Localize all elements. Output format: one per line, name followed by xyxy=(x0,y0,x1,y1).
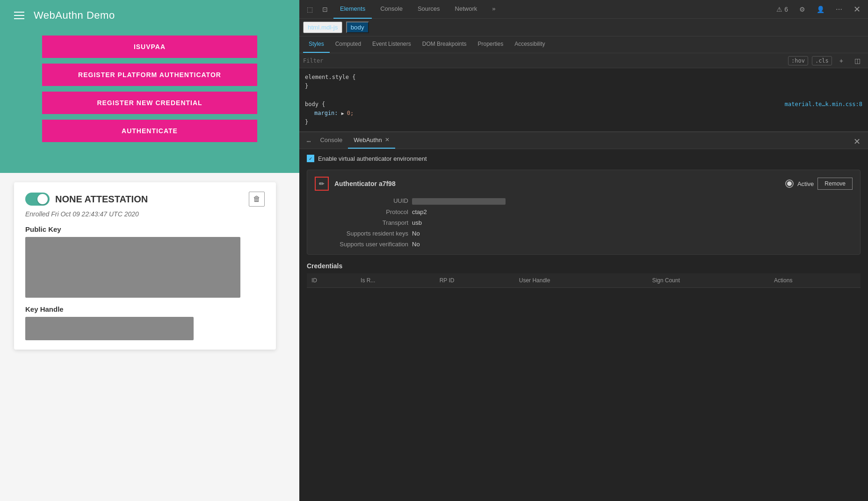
filter-row: :hov .cls + ◫ xyxy=(299,53,868,68)
col-is-r: Is R... xyxy=(356,273,435,288)
enable-label: Enable virtual authenticator environment xyxy=(318,155,427,162)
enable-row: Enable virtual authenticator environment xyxy=(307,155,861,162)
transport-value: usb xyxy=(412,219,853,226)
tab-network[interactable]: Network xyxy=(448,0,484,19)
transport-label: Transport xyxy=(315,219,408,226)
css-prop-margin: margin: ▶ 0; xyxy=(305,109,862,118)
protocol-label: Protocol xyxy=(315,208,408,215)
left-panel: WebAuthn Demo ISUVPAA REGISTER PLATFORM … xyxy=(0,0,299,501)
html-tag[interactable]: html.mdl-js xyxy=(303,21,342,33)
css-selector-1: element.style { xyxy=(305,74,355,80)
public-key-label: Public Key xyxy=(25,225,265,233)
wt-tab-console[interactable]: Console xyxy=(314,132,348,149)
user-verification-value: No xyxy=(412,241,853,248)
subtab-dom-breakpoints[interactable]: DOM Breakpoints xyxy=(417,36,472,53)
credentials-title: Credentials xyxy=(307,262,861,270)
credentials-table: ID Is R... RP ID User Handle Sign Count … xyxy=(307,273,861,288)
auth-fields: UUID Protocol ctap2 Transport usb Suppor… xyxy=(315,197,853,248)
devtools-panel: ⬚ ⊡ Elements Console Sources Network » ⚠… xyxy=(299,0,868,501)
tab-elements[interactable]: Elements xyxy=(333,0,372,19)
card-area: NONE ATTESTATION 🗑 Enrolled Fri Oct 09 2… xyxy=(0,173,299,501)
resident-keys-value: No xyxy=(412,230,853,237)
add-style-rule-icon[interactable]: + xyxy=(836,54,847,67)
webauthn-tabs: ⋯ Console WebAuthn ✕ ✕ xyxy=(299,132,868,149)
devtools-subtabs: Styles Computed Event Listeners DOM Brea… xyxy=(299,36,868,53)
enable-checkbox-container: Enable virtual authenticator environment xyxy=(307,155,427,162)
settings-icon[interactable]: ⚙ xyxy=(796,3,809,16)
resident-keys-label: Supports resident keys xyxy=(315,230,408,237)
card-header: NONE ATTESTATION 🗑 xyxy=(25,192,265,207)
uuid-value xyxy=(412,197,853,205)
register-platform-button[interactable]: REGISTER PLATFORM AUTHENTICATOR xyxy=(42,64,257,86)
active-radio[interactable] xyxy=(785,179,794,188)
col-sign-count: Sign Count xyxy=(647,273,769,288)
attestation-toggle[interactable] xyxy=(25,193,50,206)
webauthn-content: Enable virtual authenticator environment… xyxy=(299,149,868,501)
active-radio-group: Active Remove xyxy=(785,178,853,190)
device-icon[interactable]: ⊡ xyxy=(318,3,332,16)
key-handle-label: Key Handle xyxy=(25,305,265,313)
toggle-switch: NONE ATTESTATION xyxy=(25,193,148,206)
webauthn-tab-close[interactable]: ✕ xyxy=(385,136,390,143)
authenticator-card: ✏ Authenticator a7f98 Active Remove UUID… xyxy=(307,170,861,255)
toggle-sidebar-icon[interactable]: ◫ xyxy=(851,54,864,67)
isuv-button[interactable]: ISUVPAA xyxy=(42,36,257,58)
body-tag[interactable]: body xyxy=(346,21,369,33)
uuid-label: UUID xyxy=(315,197,408,205)
credential-card: NONE ATTESTATION 🗑 Enrolled Fri Oct 09 2… xyxy=(14,182,276,350)
subtab-styles[interactable]: Styles xyxy=(303,36,330,53)
app-title: WebAuthn Demo xyxy=(34,9,115,21)
credentials-section: Credentials ID Is R... RP ID User Handle… xyxy=(307,262,861,288)
panel-close-button[interactable]: ✕ xyxy=(850,135,864,149)
edit-authenticator-button[interactable]: ✏ xyxy=(315,177,329,191)
filter-input[interactable] xyxy=(303,57,784,64)
col-rp-id: RP ID xyxy=(435,273,514,288)
subtab-computed[interactable]: Computed xyxy=(330,36,367,53)
tab-console[interactable]: Console xyxy=(374,0,409,19)
authenticator-name: Authenticator a7f98 xyxy=(334,180,396,187)
tab-sources[interactable]: Sources xyxy=(411,0,447,19)
col-user-handle: User Handle xyxy=(514,273,648,288)
pseudo-filter[interactable]: :hov xyxy=(788,56,808,65)
warning-icon[interactable]: ⚠ 6 xyxy=(773,3,792,16)
devtools-close-button[interactable]: ✕ xyxy=(850,2,864,16)
cred-table-head: ID Is R... RP ID User Handle Sign Count … xyxy=(307,273,861,288)
col-id: ID xyxy=(307,273,356,288)
protocol-value: ctap2 xyxy=(412,208,853,215)
cred-header-row: ID Is R... RP ID User Handle Sign Count … xyxy=(307,273,861,288)
header-top: WebAuthn Demo xyxy=(14,9,285,21)
authenticate-button[interactable]: AUTHENTICATE xyxy=(42,120,257,142)
register-new-credential-button[interactable]: REGISTER NEW CREDENTIAL xyxy=(42,92,257,114)
wt-tab-webauthn[interactable]: WebAuthn ✕ xyxy=(348,132,395,149)
panel-more-icon[interactable]: ⋯ xyxy=(303,134,314,149)
feedback-icon[interactable]: 👤 xyxy=(813,3,828,16)
inspect-icon[interactable]: ⬚ xyxy=(303,3,317,16)
css-area: element.style { } body { material.te…k.m… xyxy=(299,68,868,132)
subtab-accessibility[interactable]: Accessibility xyxy=(509,36,550,53)
auth-card-header: ✏ Authenticator a7f98 Active Remove xyxy=(315,177,853,191)
app-header: WebAuthn Demo ISUVPAA REGISTER PLATFORM … xyxy=(0,0,299,173)
subtab-properties[interactable]: Properties xyxy=(472,36,509,53)
enrolled-date: Enrolled Fri Oct 09 22:43:47 UTC 2020 xyxy=(25,210,265,218)
enable-checkbox[interactable] xyxy=(307,155,314,162)
toolbar-right: ⚠ 6 ⚙ 👤 ⋯ ✕ xyxy=(773,2,864,16)
subtab-event-listeners[interactable]: Event Listeners xyxy=(367,36,417,53)
hamburger-icon[interactable] xyxy=(14,12,24,19)
devtools-toolbar: ⬚ ⊡ Elements Console Sources Network » ⚠… xyxy=(299,0,868,19)
cls-filter[interactable]: .cls xyxy=(812,56,832,65)
css-selector-2: body { xyxy=(305,100,325,109)
public-key-value xyxy=(25,237,240,298)
css-rule-1: element.style { } xyxy=(305,73,862,91)
col-actions: Actions xyxy=(769,273,861,288)
active-label: Active xyxy=(797,180,814,187)
tab-more[interactable]: » xyxy=(485,0,502,19)
remove-authenticator-button[interactable]: Remove xyxy=(817,178,853,190)
more-options-icon[interactable]: ⋯ xyxy=(832,3,846,16)
elements-tag-row: html.mdl-js body xyxy=(299,19,868,36)
user-verification-label: Supports user verification xyxy=(315,241,408,248)
delete-credential-button[interactable]: 🗑 xyxy=(249,192,265,207)
css-rule-2: body { material.te…k.min.css:8 margin: ▶… xyxy=(305,100,862,127)
css-source-link[interactable]: material.te…k.min.css:8 xyxy=(785,100,862,109)
key-handle-value xyxy=(25,317,194,340)
attestation-title: NONE ATTESTATION xyxy=(55,194,148,205)
